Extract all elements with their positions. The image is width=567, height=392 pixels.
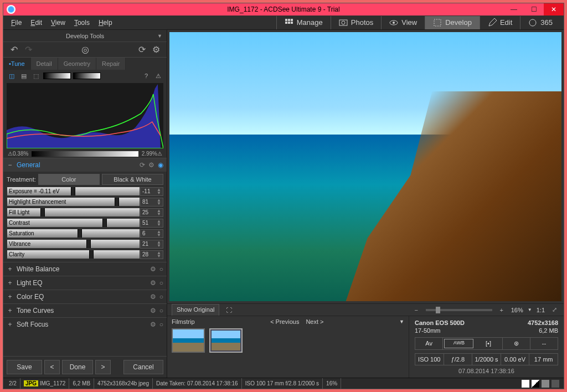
toggle-icon[interactable]: ○ — [159, 321, 163, 328]
metering-icon: [•] — [475, 338, 502, 349]
slider-2[interactable]: Fill Light — [7, 208, 140, 217]
slider-value[interactable]: 6▲▼ — [140, 229, 163, 238]
svg-rect-10 — [434, 19, 441, 26]
menu-edit[interactable]: Edit — [26, 17, 47, 29]
done-button[interactable]: Done — [62, 360, 93, 374]
section-white-balance[interactable]: +White Balance⚙○ — [3, 262, 167, 276]
status-icon[interactable] — [551, 380, 559, 388]
close-button[interactable]: ✕ — [544, 3, 564, 16]
tab-geometry[interactable]: Geometry — [58, 58, 96, 70]
expand-icon[interactable]: ⛶ — [224, 305, 234, 315]
slider-4[interactable]: Saturation — [7, 229, 140, 238]
thumbnail-selected[interactable] — [209, 328, 243, 353]
mode-develop[interactable]: Develop — [425, 16, 480, 29]
save-button[interactable]: Save — [7, 360, 42, 374]
zoom-out-icon[interactable]: − — [411, 305, 421, 315]
slider-1[interactable]: Highlight Enhancement — [7, 197, 140, 207]
slider-3[interactable]: Contrast — [7, 218, 140, 228]
minimize-button[interactable]: — — [504, 3, 524, 16]
maximize-button[interactable]: ☐ — [524, 3, 544, 16]
window-title: IMG_1172 - ACDSee Ultimate 9 - Trial — [227, 6, 339, 13]
toggle-icon[interactable]: ○ — [159, 265, 163, 273]
gear-icon[interactable]: ⚙ — [150, 265, 156, 273]
tab-detail[interactable]: Detail — [31, 58, 58, 70]
svg-rect-1 — [288, 19, 290, 21]
zoom-in-icon[interactable]: + — [497, 305, 507, 315]
chevron-down-icon[interactable]: ▼ — [399, 319, 404, 324]
tab-tune[interactable]: • Tune — [3, 58, 31, 70]
section-color-eq[interactable]: +Color EQ⚙○ — [3, 290, 167, 303]
section-light-eq[interactable]: +Light EQ⚙○ — [3, 276, 167, 290]
section-soft-focus[interactable]: +Soft Focus⚙○ — [3, 318, 167, 331]
mode-edit[interactable]: Edit — [480, 16, 520, 29]
mode-manage[interactable]: Manage — [276, 16, 331, 29]
warning-icon[interactable]: ⚠ — [153, 71, 163, 81]
mode-view[interactable]: View — [381, 16, 425, 29]
status-icon[interactable] — [542, 380, 549, 388]
redo-icon[interactable]: ↷ — [23, 45, 33, 55]
prev-image-button[interactable]: < — [44, 360, 60, 374]
treatment-label: Treatment: — [7, 176, 36, 183]
gear-icon[interactable]: ⚙ — [150, 321, 156, 328]
clip-shadows: 0.38% — [13, 151, 28, 157]
thumbnail[interactable] — [172, 328, 205, 353]
fit-icon[interactable]: ⤢ — [549, 305, 559, 315]
zoom-value: 16% — [511, 307, 523, 313]
undo-icon[interactable]: ↶ — [9, 45, 19, 55]
slider-6[interactable]: Clarity — [7, 250, 140, 259]
slider-value[interactable]: 25▲▼ — [140, 208, 163, 217]
refresh-icon[interactable]: ⟳ — [137, 45, 147, 55]
menu-tools[interactable]: Tools — [70, 17, 94, 29]
slider-value[interactable]: 81▲▼ — [140, 198, 163, 207]
treatment-color[interactable]: Color — [38, 174, 100, 185]
menu-help[interactable]: Help — [94, 17, 117, 29]
slider-0[interactable]: Exposure = -0.11 eV — [7, 187, 140, 196]
slider-value[interactable]: -11▲▼ — [140, 187, 163, 196]
target-icon[interactable]: ◎ — [80, 45, 90, 55]
filmstrip-next[interactable]: Next > — [306, 318, 323, 325]
black-point-gradient[interactable] — [43, 73, 71, 79]
next-image-button[interactable]: > — [95, 360, 111, 374]
image-dimensions: 4752x3168 — [528, 319, 558, 326]
toggle-icon[interactable]: ○ — [159, 279, 163, 287]
gear-icon[interactable]: ⚙ — [150, 307, 156, 314]
white-point-gradient[interactable] — [73, 73, 101, 79]
toggle-icon[interactable]: ◉ — [158, 161, 163, 169]
develop-tools-header[interactable]: Develop Tools▼ — [3, 30, 167, 42]
status-count: 2/2 — [6, 378, 20, 389]
titlebar[interactable]: IMG_1172 - ACDSee Ultimate 9 - Trial — ☐… — [3, 3, 564, 16]
zoom-slider[interactable] — [426, 309, 492, 311]
gear-icon[interactable]: ⚙ — [150, 279, 156, 287]
treatment-bw[interactable]: Black & White — [102, 174, 163, 185]
histogram-icon[interactable]: ◫ — [7, 71, 17, 81]
status-icon[interactable] — [522, 380, 529, 388]
slider-value[interactable]: 51▲▼ — [140, 219, 163, 228]
refresh-icon[interactable]: ⟳ — [140, 161, 145, 169]
menu-file[interactable]: File — [7, 17, 26, 29]
menu-view[interactable]: View — [47, 17, 70, 29]
mode-photos[interactable]: Photos — [331, 16, 381, 29]
help-icon[interactable]: ? — [141, 71, 151, 81]
mode-365[interactable]: 365 — [520, 16, 560, 29]
toggle-icon[interactable]: ○ — [159, 293, 163, 301]
svg-point-9 — [393, 22, 395, 24]
status-icon[interactable] — [532, 380, 539, 388]
cancel-button[interactable]: Cancel — [123, 360, 163, 374]
gear-icon[interactable]: ⚙ — [150, 293, 156, 301]
gear-icon[interactable]: ⚙ — [148, 161, 154, 169]
eyedropper-icon[interactable]: ▤ — [19, 71, 29, 81]
chevron-down-icon[interactable]: ▼ — [528, 307, 532, 312]
gear-icon[interactable]: ⚙ — [151, 45, 161, 55]
show-original-button[interactable]: Show Original — [172, 304, 219, 316]
crop-icon[interactable]: ⬚ — [31, 71, 41, 81]
section-tone-curves[interactable]: +Tone Curves⚙○ — [3, 304, 167, 317]
slider-value[interactable]: 28▲▼ — [140, 250, 163, 259]
filmstrip-prev[interactable]: < Previous — [270, 318, 299, 325]
tone-gradient — [32, 151, 138, 157]
toggle-icon[interactable]: ○ — [159, 307, 163, 314]
image-viewport[interactable] — [169, 32, 561, 301]
tab-repair[interactable]: Repair — [96, 58, 126, 70]
slider-5[interactable]: Vibrance — [7, 239, 140, 249]
zoom-1to1[interactable]: 1:1 — [537, 307, 545, 313]
slider-value[interactable]: 21▲▼ — [140, 240, 163, 249]
